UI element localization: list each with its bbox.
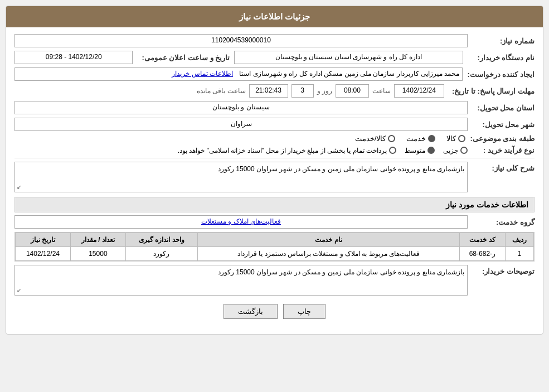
resize-icon-2: ↙: [17, 287, 21, 293]
city-label: شهر محل تحویل:: [468, 120, 535, 129]
divider-1: [14, 158, 535, 158]
service-info-header: اطلاعات خدمات مورد نیاز: [14, 197, 535, 212]
response-time: 08:00: [336, 84, 369, 98]
province-row: استان محل تحویل: سیستان و بلوچستان: [14, 101, 535, 114]
service-group-row: گروه خدمت: فعالیت‌های املاک و مستغلات: [14, 215, 535, 229]
buyer-description-label: توصیحات خریدار:: [468, 265, 535, 275]
page-wrapper: جزئیات اطلاعات نیاز شماره نیاز: 11020045…: [0, 0, 549, 340]
category-label: طبقه بندی موضوعی:: [465, 134, 535, 143]
col-service-name: نام خدمت: [197, 233, 459, 247]
remaining-time: 21:02:43: [249, 84, 288, 98]
creator-text: محمد میرزایی کاربردار سازمان ملی زمین مس…: [239, 70, 459, 78]
purchase-type-label: نوع فرآیند خرید :: [468, 146, 535, 154]
button-row: چاپ بازگشت: [14, 304, 535, 327]
radio-esnad-icon: [389, 147, 396, 154]
radio-kala-icon: [458, 135, 465, 142]
card-body: شماره نیاز: 1102004539000010 نام دستگاه …: [6, 27, 543, 334]
print-button[interactable]: چاپ: [283, 304, 325, 319]
response-days-label: روز و: [317, 87, 332, 95]
service-group-label: گروه خدمت:: [468, 218, 535, 226]
page-title: جزئیات اطلاعات نیاز: [239, 12, 310, 21]
response-deadline-row: مهلت ارسال پاسخ: تا تاریخ: 1402/12/24 سا…: [14, 84, 535, 98]
creator-link[interactable]: اطلاعات تماس خریدار: [172, 70, 233, 78]
col-row-num: ردیف: [505, 233, 533, 247]
category-kala-khedmat-label: کالا/خدمت: [355, 134, 386, 143]
response-days: 3: [291, 84, 314, 98]
buyer-announce-row: نام دستگاه خریدار: اداره کل راه و شهرساز…: [14, 51, 535, 64]
col-service-code: کد خدمت: [460, 233, 505, 247]
cell-row-num: 1: [505, 247, 533, 261]
buyer-description-text: بازشماری منابع و پرونده خوانی سازمان ملی…: [218, 268, 464, 276]
response-date: 1402/12/24: [394, 84, 444, 98]
need-description-row: شرح کلی نیاز: بازشماری منابع و پرونده خو…: [14, 162, 535, 192]
col-date: تاریخ نیاز: [16, 233, 71, 247]
need-number-label: شماره نیاز:: [468, 37, 535, 45]
category-row: طبقه بندی موضوعی: کالا خدمت کالا/خدمت: [14, 134, 535, 143]
service-group-link[interactable]: فعالیت‌های املاک و مستغلات: [201, 217, 281, 225]
category-kala-khedmat: کالا/خدمت: [355, 134, 396, 143]
province-value: سیستان و بلوچستان: [14, 101, 468, 114]
purchase-esnad: پرداخت تمام یا بخشی از مبلغ خریدار از مح…: [178, 147, 396, 154]
buyer-dept-label: نام دستگاه خریدار:: [468, 54, 535, 62]
category-khedmat: خدمت: [406, 134, 435, 143]
announce-datetime-value: 1402/12/20 - 09:28: [14, 51, 133, 64]
col-unit: واحد اندازه گیری: [125, 233, 197, 247]
creator-label: ایجاد کننده درخواست:: [463, 70, 535, 79]
province-label: استان محل تحویل:: [468, 104, 535, 112]
table-row: 1 ر-682-68 فعالیت‌های مربوط به املاک و م…: [16, 247, 534, 261]
service-table: ردیف کد خدمت نام خدمت واحد اندازه گیری ت…: [15, 233, 534, 261]
category-kala: کالا: [446, 134, 465, 143]
buyer-description-box: بازشماری منابع و پرونده خوانی سازمان ملی…: [14, 265, 468, 296]
cell-service-name: فعالیت‌های مربوط به املاک و مستغلات براس…: [197, 247, 459, 261]
cell-unit: رکورد: [125, 247, 197, 261]
radio-motavaset-icon: [427, 147, 435, 154]
cell-service-code: ر-682-68: [460, 247, 505, 261]
need-description-text: بازشماری منابع و پرونده خوانی سازمان ملی…: [218, 165, 464, 173]
cell-qty: 15000: [70, 247, 125, 261]
purchase-type-row: نوع فرآیند خرید : جزیی متوسط پرداخت تمام…: [14, 146, 535, 154]
need-number-row: شماره نیاز: 1102004539000010: [14, 34, 535, 47]
back-button[interactable]: بازگشت: [224, 304, 278, 319]
radio-jozii-icon: [460, 147, 468, 154]
need-description-label: شرح کلی نیاز:: [468, 162, 535, 172]
creator-row: ایجاد کننده درخواست: محمد میرزایی کاربرد…: [14, 67, 535, 81]
city-value: سراوان: [14, 118, 468, 131]
service-group-value: فعالیت‌های املاک و مستغلات: [14, 215, 468, 229]
radio-khedmat-icon: [428, 135, 435, 142]
category-kala-label: کالا: [446, 134, 456, 143]
purchase-esnad-label: پرداخت تمام یا بخشی از مبلغ خریدار از مح…: [178, 147, 387, 154]
purchase-motavaset: متوسط: [405, 147, 435, 154]
col-qty: تعداد / مقدار: [70, 233, 125, 247]
need-number-value: 1102004539000010: [14, 34, 468, 47]
buyer-description-row: توصیحات خریدار: بازشماری منابع و پرونده …: [14, 265, 535, 296]
announce-datetime-label: تاریخ و ساعت اعلان عمومی:: [137, 54, 230, 62]
main-card: جزئیات اطلاعات نیاز شماره نیاز: 11020045…: [6, 6, 543, 335]
buyer-dept-value: اداره کل راه و شهرسازی استان سیستان و بل…: [234, 51, 463, 64]
city-row: شهر محل تحویل: سراوان: [14, 118, 535, 131]
purchase-motavaset-label: متوسط: [405, 147, 425, 154]
category-options: کالا خدمت کالا/خدمت: [14, 134, 465, 143]
purchase-jozii-label: جزیی: [443, 147, 458, 154]
remaining-label: ساعت باقی مانده: [197, 87, 246, 95]
category-khedmat-label: خدمت: [406, 134, 426, 143]
resize-icon: ↙: [17, 184, 21, 190]
card-header: جزئیات اطلاعات نیاز: [6, 6, 543, 27]
response-deadline-label: مهلت ارسال پاسخ: تا تاریخ:: [448, 87, 535, 95]
purchase-type-options: جزیی متوسط پرداخت تمام یا بخشی از مبلغ خ…: [14, 147, 468, 154]
radio-kala-khedmat-icon: [388, 135, 395, 142]
cell-date: 1402/12/24: [16, 247, 71, 261]
need-description-value: بازشماری منابع و پرونده خوانی سازمان ملی…: [14, 162, 468, 192]
response-time-label: ساعت: [372, 87, 391, 95]
service-table-container: ردیف کد خدمت نام خدمت واحد اندازه گیری ت…: [14, 232, 535, 262]
purchase-jozii: جزیی: [443, 147, 468, 154]
creator-value: محمد میرزایی کاربردار سازمان ملی زمین مس…: [14, 67, 463, 81]
